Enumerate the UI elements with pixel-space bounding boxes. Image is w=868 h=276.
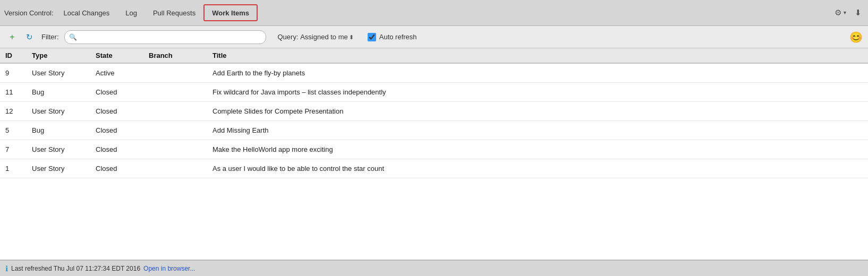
search-icon: 🔍 [69,33,77,41]
filter-label: Filter: [41,33,59,41]
version-control-label: Version Control: [4,9,54,17]
auto-refresh-checkbox[interactable] [368,33,376,41]
main-content: + ↻ Filter: 🔍 Query: Assigned to me⬍ Aut… [0,26,868,276]
cell-type: User Story [27,102,90,121]
cell-id: 11 [0,83,27,102]
search-box: 🔍 [64,30,266,44]
refresh-icon: ↻ [26,32,33,42]
col-header-branch: Branch [143,48,207,63]
cell-id: 7 [0,140,27,159]
cell-branch [143,159,207,178]
query-dropdown-arrow[interactable]: ⬍ [349,34,354,40]
cell-title: Add Missing Earth [207,121,868,140]
table-row[interactable]: 1 User Story Closed As a user I would li… [0,159,868,178]
col-header-id: ID [0,48,27,63]
tab-log[interactable]: Log [117,4,145,21]
auto-refresh-area: Auto refresh [368,33,417,41]
cell-type: User Story [27,140,90,159]
download-icon: ⬇ [855,8,862,17]
cell-title: As a user I would like to be able to con… [207,159,868,178]
cell-id: 12 [0,102,27,121]
work-items-table-container: ID Type State Branch Title 9 User Story … [0,48,868,260]
col-header-type: Type [27,48,90,63]
cell-branch [143,63,207,83]
col-header-state: State [90,48,143,63]
cell-id: 1 [0,159,27,178]
tab-local-changes[interactable]: Local Changes [56,4,118,21]
search-input[interactable] [79,33,261,41]
cell-state: Closed [90,159,143,178]
cell-branch [143,140,207,159]
status-text: Last refreshed Thu Jul 07 11:27:34 EDT 2… [11,265,140,272]
table-row[interactable]: 5 Bug Closed Add Missing Earth [0,121,868,140]
query-value: Assigned to me [300,33,348,41]
gear-icon: ⚙ [835,8,841,18]
cell-id: 5 [0,121,27,140]
open-in-browser-link[interactable]: Open in browser... [143,265,195,272]
col-header-title: Title [207,48,868,63]
cell-title: Complete Slides for Compete Presentation [207,102,868,121]
table-row[interactable]: 7 User Story Closed Make the HelloWorld … [0,140,868,159]
cell-title: Make the HelloWorld app more exciting [207,140,868,159]
table-row[interactable]: 9 User Story Active Add Earth to the fly… [0,63,868,83]
download-button[interactable]: ⬇ [853,6,864,20]
cell-state: Closed [90,102,143,121]
cell-branch [143,83,207,102]
cell-title: Add Earth to the fly-by planets [207,63,868,83]
gear-dropdown-arrow: ▼ [843,10,847,15]
cell-branch [143,121,207,140]
add-button[interactable]: + [5,30,19,44]
cell-type: User Story [27,159,90,178]
cell-state: Active [90,63,143,83]
cell-type: Bug [27,121,90,140]
cell-type: Bug [27,83,90,102]
status-bar: ℹ Last refreshed Thu Jul 07 11:27:34 EDT… [0,260,868,276]
toolbar: + ↻ Filter: 🔍 Query: Assigned to me⬍ Aut… [0,26,868,48]
settings-button[interactable]: ⚙ ▼ [832,6,849,20]
tab-pull-requests[interactable]: Pull Requests [145,4,203,21]
cell-title: Fix wildcard for Java imports – list cla… [207,83,868,102]
add-icon: + [10,32,14,42]
auto-refresh-label: Auto refresh [379,33,417,41]
info-icon: ℹ [5,264,8,273]
table-header-row: ID Type State Branch Title [0,48,868,63]
cell-type: User Story [27,63,90,83]
cell-state: Closed [90,83,143,102]
smiley-icon[interactable]: 😊 [849,31,863,44]
tab-bar: Version Control: Local Changes Log Pull … [0,0,868,26]
cell-id: 9 [0,63,27,83]
tab-work-items[interactable]: Work Items [203,4,258,21]
cell-state: Closed [90,140,143,159]
table-row[interactable]: 11 Bug Closed Fix wildcard for Java impo… [0,83,868,102]
tab-bar-actions: ⚙ ▼ ⬇ [832,6,864,20]
cell-branch [143,102,207,121]
query-label: Query: Assigned to me⬍ [278,33,354,41]
table-row[interactable]: 12 User Story Closed Complete Slides for… [0,102,868,121]
cell-state: Closed [90,121,143,140]
work-items-table: ID Type State Branch Title 9 User Story … [0,48,868,178]
refresh-button[interactable]: ↻ [22,30,36,44]
